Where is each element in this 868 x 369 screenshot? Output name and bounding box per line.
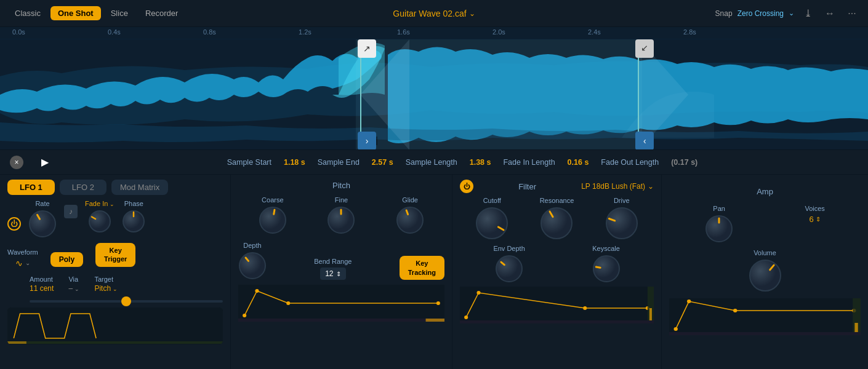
waveform-label: Waveform <box>7 248 38 256</box>
via-label: Via <box>68 276 79 283</box>
voices-group: Voices 6 ⇕ <box>805 205 824 243</box>
mod-matrix-button[interactable]: Mod Matrix <box>111 180 168 195</box>
filter-header: ⏻ Filter LP 18dB Lush (Fat) ⌄ <box>460 175 654 196</box>
transport-bar: × ▶ Sample Start 1.18 s Sample End 2.57 … <box>0 150 868 175</box>
poly-button[interactable]: Poly <box>50 252 83 267</box>
lfo-section: LFO 1 LFO 2 Mod Matrix ⏻ Rate ♪ Fade In … <box>0 175 231 369</box>
waveform-selector[interactable]: Waveform ∿ ⌄ <box>7 248 38 268</box>
amp-header: Amp <box>669 175 861 202</box>
pan-label: Pan <box>713 205 725 212</box>
snap-label: Snap <box>715 9 733 18</box>
lfo-slider[interactable] <box>30 300 223 303</box>
fit-icon[interactable]: ↔ <box>821 5 838 22</box>
bend-range-value[interactable]: 12 ⇕ <box>320 268 345 280</box>
snap-area: Snap Zero Crossing ⌄ ⤓ ↔ ··· <box>715 5 861 22</box>
pan-knob[interactable] <box>705 215 733 243</box>
drive-knob[interactable] <box>605 207 638 240</box>
resonance-knob[interactable] <box>540 207 573 240</box>
filter-chevron-icon: ⌄ <box>648 182 654 191</box>
rate-knob[interactable] <box>28 210 57 238</box>
expand-icon[interactable]: ⤓ <box>799 5 816 22</box>
nav-tabs: Classic One Shot Slice Recorder <box>7 6 185 20</box>
sample-length-label: Sample Length <box>406 158 457 167</box>
amount-group: Amount 11 cent <box>30 276 54 293</box>
svg-rect-48 <box>669 298 861 335</box>
waveform-container[interactable]: 0.0s 0.4s 0.8s 1.2s 1.6s 2.0s 2.4s 2.8s … <box>0 27 868 150</box>
svg-point-32 <box>496 256 522 282</box>
sample-end-label: Sample End <box>318 158 360 167</box>
filter-envelope <box>460 287 654 323</box>
svg-point-4 <box>89 211 110 232</box>
file-title[interactable]: Guitar Wave 02.caf ⌄ <box>393 9 475 18</box>
env-depth-knob[interactable] <box>495 255 523 283</box>
start-handle-bottom[interactable]: › <box>358 132 376 150</box>
snap-chevron-icon[interactable]: ⌄ <box>789 9 794 17</box>
amp-title: Amp <box>669 181 861 200</box>
bend-range-group: Bend Range 12 ⇕ <box>314 258 352 280</box>
fade-in-knob[interactable] <box>88 210 111 233</box>
filter-model[interactable]: LP 18dB Lush (Fat) ⌄ <box>581 182 654 191</box>
pitch-row2: Depth Bend Range 12 ⇕ Key Tracking <box>238 237 444 282</box>
lfo1-tab[interactable]: LFO 1 <box>7 180 55 195</box>
play-button[interactable]: ▶ <box>38 156 52 169</box>
key-tracking-button[interactable]: Key Tracking <box>400 256 444 280</box>
pitch-envelope <box>238 285 444 322</box>
svg-rect-42 <box>649 308 652 320</box>
coarse-knob[interactable] <box>259 206 287 234</box>
phase-knob[interactable] <box>122 210 145 233</box>
forward-icon: › <box>366 136 369 146</box>
end-marker[interactable]: ↗ ‹ <box>638 39 639 150</box>
file-name: Guitar Wave 02.caf <box>393 9 466 18</box>
voices-value[interactable]: 6 ⇕ <box>810 215 821 224</box>
svg-point-50 <box>687 300 691 303</box>
volume-knob[interactable] <box>749 259 782 292</box>
svg-rect-10 <box>7 341 26 344</box>
drive-knob-group: Drive <box>605 197 638 240</box>
selection-overlay <box>356 39 642 150</box>
lfo-power-button[interactable]: ⏻ <box>7 217 21 231</box>
tab-classic[interactable]: Classic <box>7 6 48 20</box>
key-trigger-button[interactable]: Key Trigger <box>95 243 135 267</box>
file-chevron-icon[interactable]: ⌄ <box>469 9 475 18</box>
start-handle-top[interactable]: ↗ <box>358 39 376 58</box>
keyscale-knob[interactable] <box>592 255 621 283</box>
lfo-slider-thumb[interactable] <box>121 296 131 306</box>
fine-knob-group: Fine <box>327 196 355 234</box>
depth-knob[interactable] <box>238 252 267 280</box>
time-3: 1.2s <box>299 28 311 36</box>
top-nav: Classic One Shot Slice Recorder Guitar W… <box>0 0 868 27</box>
tab-recorder[interactable]: Recorder <box>138 6 185 20</box>
end-handle-top[interactable]: ↗ <box>635 39 654 58</box>
rate-label: Rate <box>35 200 49 207</box>
close-button[interactable]: × <box>10 156 23 169</box>
volume-knob-group: Volume <box>749 249 782 292</box>
tab-oneshot[interactable]: One Shot <box>50 6 101 20</box>
svg-rect-9 <box>7 341 223 344</box>
amount-label: Amount <box>30 276 54 283</box>
phase-label: Phase <box>124 200 143 207</box>
fade-in-knob-group: Fade In ⌄ <box>85 200 115 233</box>
depth-knob-group: Depth <box>238 242 267 280</box>
svg-rect-36 <box>460 287 654 323</box>
pitch-knobs-row: Coarse Fine Glide <box>238 194 444 237</box>
fine-knob[interactable] <box>327 206 355 234</box>
filter-power-button[interactable]: ⏻ <box>460 180 473 193</box>
phase-knob-group: Phase <box>122 200 145 233</box>
glide-knob[interactable] <box>396 206 424 234</box>
svg-point-23 <box>436 301 440 305</box>
svg-rect-25 <box>426 319 444 322</box>
tab-slice[interactable]: Slice <box>103 6 135 20</box>
time-5: 2.0s <box>492 28 505 36</box>
time-4: 1.6s <box>397 28 410 36</box>
snap-value[interactable]: Zero Crossing <box>737 9 784 18</box>
cutoff-knob[interactable] <box>475 207 508 240</box>
amp-envelope <box>669 298 861 335</box>
note-icon[interactable]: ♪ <box>64 205 78 218</box>
lfo2-tab[interactable]: LFO 2 <box>60 180 106 195</box>
svg-rect-55 <box>669 332 861 335</box>
start-marker[interactable]: ↗ › A#3 <box>360 39 361 150</box>
end-handle-bottom[interactable]: ‹ <box>635 132 654 150</box>
more-icon[interactable]: ··· <box>843 5 861 22</box>
pitch-section: Pitch Coarse Fine Glide <box>231 175 452 369</box>
bottom-panel: LFO 1 LFO 2 Mod Matrix ⏻ Rate ♪ Fade In … <box>0 175 868 369</box>
